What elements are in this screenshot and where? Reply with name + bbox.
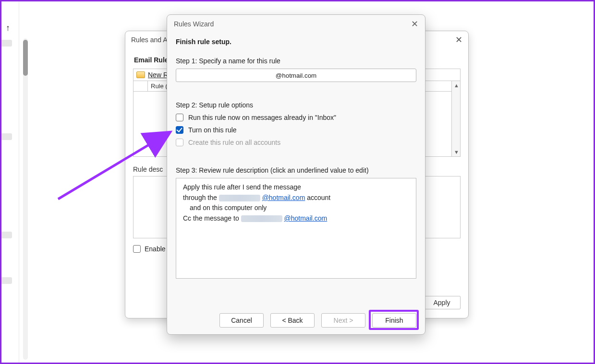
far-left-pane: ↑ <box>1 1 19 363</box>
account-link[interactable]: @hotmail.com <box>262 194 305 201</box>
apply-button[interactable]: Apply <box>423 296 461 309</box>
wizard-heading: Finish rule setup. <box>176 38 416 46</box>
review-line-3: and on this computer only <box>183 203 409 213</box>
option-turn-on[interactable]: Turn on this rule <box>176 126 416 134</box>
up-arrow-icon[interactable]: ↑ <box>6 23 10 33</box>
enable-rules-checkbox[interactable] <box>133 245 141 253</box>
step3-label: Step 3: Review rule description (click a… <box>176 166 416 174</box>
cc-recipient-link[interactable]: @hotmail.com <box>284 214 328 222</box>
rules-grid-scrollbar[interactable]: ▲ ▼ <box>451 81 460 156</box>
close-icon[interactable]: ✕ <box>455 35 462 45</box>
rules-dialog-title: Rules and A <box>131 36 168 44</box>
annotation-arrow <box>54 127 179 204</box>
run-now-checkbox[interactable] <box>176 114 183 121</box>
back-button[interactable]: < Back <box>270 313 315 328</box>
next-button: Next > <box>321 313 365 328</box>
option-all-accounts: Create this rule on all accounts <box>176 139 416 146</box>
turn-on-label: Turn on this rule <box>188 126 237 134</box>
left-stub-4 <box>1 277 12 284</box>
nav-scrollbar[interactable] <box>23 38 28 360</box>
rule-name-input[interactable] <box>176 69 416 82</box>
step1-label: Step 1: Specify a name for this rule <box>176 57 416 65</box>
finish-button[interactable]: Finish <box>372 313 416 328</box>
left-stub-2 <box>1 133 12 140</box>
all-accounts-label: Create this rule on all accounts <box>188 139 280 146</box>
new-rule-button[interactable]: New R <box>148 71 168 79</box>
wizard-button-row: Cancel < Back Next > Finish <box>167 313 425 328</box>
scroll-up-icon[interactable]: ▲ <box>454 82 459 88</box>
left-stub-1 <box>1 40 12 47</box>
option-run-now[interactable]: Run this rule now on messages already in… <box>176 114 416 121</box>
scroll-down-icon[interactable]: ▼ <box>454 149 459 155</box>
redacted-account <box>219 195 260 201</box>
review-line-1: Apply this rule after I send the message <box>183 182 409 193</box>
step2-label: Step 2: Setup rule options <box>176 101 416 109</box>
svg-line-0 <box>58 132 170 199</box>
run-now-label: Run this rule now on messages already in… <box>188 114 336 121</box>
rule-review-box: Apply this rule after I send the message… <box>176 178 416 279</box>
new-rule-icon <box>136 71 145 78</box>
close-icon[interactable]: ✕ <box>411 19 418 29</box>
enable-rules-label: Enable <box>145 245 166 253</box>
left-stub-3 <box>1 232 12 238</box>
wizard-titlebar: Rules Wizard ✕ <box>167 15 425 33</box>
redacted-recipient <box>241 215 282 222</box>
cancel-button[interactable]: Cancel <box>219 313 264 328</box>
nav-scroll-thumb[interactable] <box>23 40 28 76</box>
review-line-4: Cc the message to @hotmail.com <box>183 213 409 224</box>
rules-wizard-dialog: Rules Wizard ✕ Finish rule setup. Step 1… <box>167 14 425 335</box>
nav-strip <box>19 1 38 363</box>
review-line-2: through the @hotmail.com account <box>183 193 409 203</box>
wizard-title: Rules Wizard <box>174 20 214 28</box>
